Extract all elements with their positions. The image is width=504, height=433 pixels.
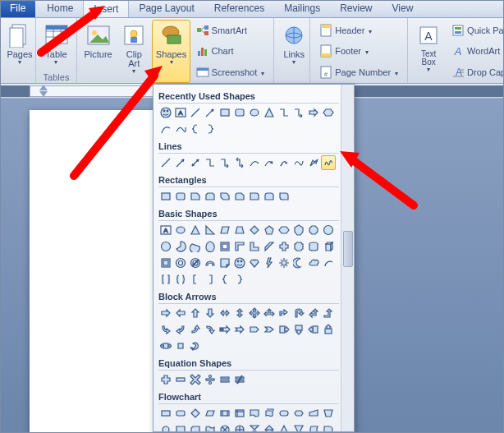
arrow-curved-left[interactable]: [173, 322, 188, 337]
flow-connector[interactable]: [158, 422, 173, 432]
shape-connector-elbow[interactable]: [277, 105, 291, 120]
flow-manual-input[interactable]: [306, 406, 321, 421]
eq-plus[interactable]: [158, 372, 173, 387]
rect-snip2-same[interactable]: [203, 189, 218, 204]
shape-rounded-rect[interactable]: [232, 105, 247, 120]
flow-extract[interactable]: [277, 422, 291, 432]
basic-folded-corner[interactable]: [218, 256, 232, 270]
line-arrow[interactable]: [173, 155, 188, 170]
flow-predef[interactable]: [218, 406, 232, 421]
basic-teardrop[interactable]: [203, 239, 218, 254]
line-elbow[interactable]: [203, 155, 218, 170]
basic-textbox[interactable]: A: [158, 223, 173, 237]
rect-plain[interactable]: [158, 189, 173, 204]
arrow-stripe-right[interactable]: [218, 322, 232, 337]
basic-cloud[interactable]: [306, 256, 321, 270]
arrow-up[interactable]: [188, 306, 203, 320]
footer-button[interactable]: Footer: [317, 43, 401, 59]
basic-left-brace[interactable]: [218, 272, 232, 287]
shape-connector-elbow-arrow[interactable]: [291, 105, 306, 120]
flow-data[interactable]: [203, 406, 218, 421]
arrow-leftright-callout[interactable]: [158, 339, 173, 353]
line-double-arrow[interactable]: [188, 155, 203, 170]
header-button[interactable]: Header: [317, 22, 401, 39]
arrow-curved-up[interactable]: [188, 322, 203, 337]
flow-punched-tape[interactable]: [203, 422, 218, 432]
basic-l-shape[interactable]: [247, 239, 262, 254]
basic-oval[interactable]: [173, 223, 188, 237]
shapes-scrollbar[interactable]: [341, 85, 354, 431]
basic-arc[interactable]: [321, 256, 336, 270]
eq-division[interactable]: [203, 372, 218, 387]
basic-double-brace[interactable]: [173, 272, 188, 287]
arrow-uturn[interactable]: [291, 306, 306, 320]
shape-oval[interactable]: [247, 105, 262, 120]
rect-round2-same[interactable]: [262, 189, 277, 204]
basic-right-triangle[interactable]: [203, 223, 218, 237]
arrow-left[interactable]: [173, 306, 188, 320]
arrow-curved-right[interactable]: [158, 322, 173, 337]
arrow-right[interactable]: [158, 306, 173, 320]
basic-trapezoid[interactable]: [232, 223, 247, 237]
line-elbow-arrow[interactable]: [218, 155, 232, 170]
shape-hexagon[interactable]: [321, 105, 336, 120]
eq-equal[interactable]: [218, 372, 232, 387]
arrow-down-callout[interactable]: [291, 322, 306, 337]
rect-round2-diag[interactable]: [277, 189, 291, 204]
arrow-left-right-up[interactable]: [262, 306, 277, 320]
basic-left-bracket[interactable]: [188, 272, 203, 287]
links-button[interactable]: Links: [277, 20, 310, 83]
arrow-left-right[interactable]: [218, 306, 232, 320]
rect-snip-round[interactable]: [232, 189, 247, 204]
flow-internal-storage[interactable]: [232, 406, 247, 421]
shape-line[interactable]: [188, 105, 203, 120]
basic-diamond[interactable]: [247, 223, 262, 237]
basic-heart[interactable]: [247, 256, 262, 270]
arrow-quad[interactable]: [247, 306, 262, 320]
rect-rounded[interactable]: [173, 189, 188, 204]
flow-process[interactable]: [158, 406, 173, 421]
basic-lightning[interactable]: [262, 256, 277, 270]
rect-round1[interactable]: [247, 189, 262, 204]
dropcap-button[interactable]: A Drop Cap: [449, 64, 504, 81]
arrow-bent-up[interactable]: [321, 306, 336, 320]
flow-manual-op[interactable]: [321, 406, 336, 421]
basic-decagon[interactable]: [321, 223, 336, 237]
basic-no-symbol[interactable]: [188, 256, 203, 270]
line-curved-double-arrow[interactable]: [277, 155, 291, 170]
line-curved-arrow[interactable]: [262, 155, 277, 170]
arrow-down[interactable]: [203, 306, 218, 320]
line-freeform[interactable]: [306, 155, 321, 170]
flow-terminator[interactable]: [277, 406, 291, 421]
basic-donut[interactable]: [173, 256, 188, 270]
flow-or[interactable]: [232, 422, 247, 432]
basic-pie[interactable]: [173, 239, 188, 254]
flow-decision[interactable]: [188, 406, 203, 421]
textbox-button[interactable]: A TextBox: [411, 20, 446, 83]
wordart-button[interactable]: A WordArt: [449, 43, 504, 59]
arrow-up-callout[interactable]: [321, 322, 336, 337]
flow-preparation[interactable]: [291, 406, 306, 421]
basic-can[interactable]: [306, 239, 321, 254]
tab-mailings[interactable]: Mailings: [274, 0, 330, 17]
arrow-circular[interactable]: [188, 339, 203, 353]
arrow-left-callout[interactable]: [306, 322, 321, 337]
basic-plaque[interactable]: [291, 239, 306, 254]
shape-textbox[interactable]: A: [173, 105, 188, 120]
basic-plus[interactable]: [277, 239, 291, 254]
arrow-left-up[interactable]: [306, 306, 321, 320]
basic-half-frame[interactable]: [232, 239, 247, 254]
basic-block-arc[interactable]: [203, 256, 218, 270]
flow-stored-data[interactable]: [306, 422, 321, 432]
smartart-button[interactable]: SmartArt: [194, 22, 268, 39]
basic-octagon[interactable]: [306, 223, 321, 237]
flow-collate[interactable]: [247, 422, 262, 432]
basic-hexagon[interactable]: [277, 223, 291, 237]
line-elbow-double-arrow[interactable]: [232, 155, 247, 170]
flow-merge[interactable]: [291, 422, 306, 432]
basic-frame[interactable]: [218, 239, 232, 254]
chart-button[interactable]: Chart: [194, 43, 268, 59]
flow-sort[interactable]: [262, 422, 277, 432]
basic-double-bracket[interactable]: [158, 272, 173, 287]
basic-sun[interactable]: [277, 256, 291, 270]
